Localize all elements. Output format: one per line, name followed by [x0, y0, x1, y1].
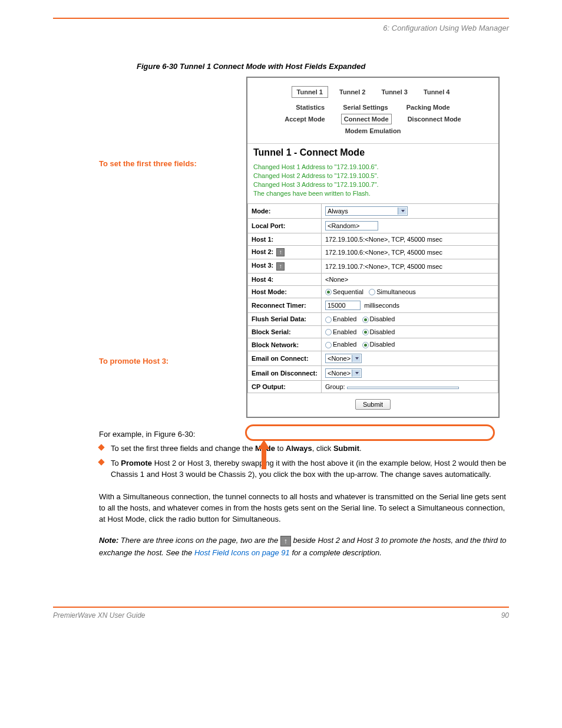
label-reconnect-timer: Reconnect Timer:: [248, 298, 322, 313]
figure-row: To set the first three fields: To promot…: [99, 77, 509, 418]
radio-bserial-enabled[interactable]: [325, 329, 332, 335]
sub-nav: Statistics Serial Settings Packing Mode …: [247, 101, 498, 143]
figure-callouts: To set the first three fields: To promot…: [99, 77, 246, 418]
link-connect-mode[interactable]: Connect Mode: [341, 114, 392, 124]
paragraph-simultaneous: With a Simultaneous connection, the tunn…: [99, 492, 509, 525]
note-block: Note: There are three icons on the page,…: [99, 535, 509, 559]
callout-promote: To promote Host 3:: [99, 357, 246, 365]
status-line: The changes have been written to Flash.: [253, 189, 492, 198]
link-accept-mode[interactable]: Accept Mode: [282, 114, 327, 124]
footer: PremierWave XN User Guide 90: [53, 611, 509, 620]
label-host-mode: Host Mode:: [248, 285, 322, 298]
input-local-port[interactable]: <Random>: [325, 221, 378, 230]
promote-host-3-icon[interactable]: ↑: [276, 262, 285, 271]
panel-title: Tunnel 1 - Connect Mode: [247, 143, 498, 163]
radio-bnet-enabled[interactable]: [325, 342, 332, 348]
bullet-text: To set the first three fields and change…: [111, 443, 509, 454]
figure-caption: Figure 6-30 Tunnel 1 Connect Mode with H…: [137, 62, 509, 71]
value-reconnect-timer: 15000 milliseconds: [322, 298, 498, 313]
value-host-2[interactable]: 172.19.100.6:<None>, TCP, 45000 msec: [322, 246, 498, 259]
radio-flush-disabled[interactable]: [362, 317, 369, 323]
value-block-serial: Enabled Disabled: [322, 325, 498, 338]
select-mode[interactable]: Always: [325, 206, 408, 216]
value-flush-serial: Enabled Disabled: [322, 313, 498, 326]
submit-row: Submit: [247, 393, 498, 417]
header-rule: [53, 18, 509, 19]
screenshot-panel: Tunnel 1 Tunnel 2 Tunnel 3 Tunnel 4 Stat…: [246, 77, 500, 418]
select-email-on-connect[interactable]: <None>: [325, 354, 362, 363]
select-email-on-disconnect[interactable]: <None>: [325, 368, 362, 378]
label-local-port: Local Port:: [248, 219, 322, 233]
bullet-item: To set the first three fields and change…: [99, 443, 509, 454]
footer-page-number: 90: [501, 611, 509, 620]
bullet-text: To Promote Host 2 or Host 3, thereby swa…: [111, 458, 509, 480]
label-host-2: Host 2: ↑: [248, 246, 322, 259]
value-host-1[interactable]: 172.19.100.5:<None>, TCP, 45000 msec: [322, 233, 498, 246]
radio-sequential[interactable]: [325, 289, 332, 295]
footer-doc-title: PremierWave XN User Guide: [53, 611, 146, 620]
link-statistics[interactable]: Statistics: [293, 103, 327, 112]
label-email-on-disconnect: Email on Disconnect:: [248, 365, 322, 380]
config-table: Mode: Always Local Port: <Random> Host 1…: [247, 203, 498, 393]
tab-tunnel-2[interactable]: Tunnel 2: [335, 87, 370, 97]
header-chapter: 6: Configuration Using Web Manager: [53, 24, 509, 32]
callout-set-fields: To set the first three fields:: [99, 159, 246, 168]
radio-bnet-disabled[interactable]: [362, 342, 369, 348]
link-packing-mode[interactable]: Packing Mode: [404, 103, 452, 112]
value-block-network: Enabled Disabled: [322, 338, 498, 351]
label-cp-output: CP Output:: [248, 380, 322, 393]
input-reconnect-timer[interactable]: 15000: [325, 301, 361, 310]
status-line: Changed Host 2 Address to "172.19.100.5"…: [253, 172, 492, 180]
label-flush-serial: Flush Serial Data:: [248, 313, 322, 326]
submit-button[interactable]: Submit: [355, 399, 391, 410]
bullet-icon: [98, 459, 104, 465]
page-root: 6: Configuration Using Web Manager Figur…: [0, 0, 562, 637]
tunnel-tabs: Tunnel 1 Tunnel 2 Tunnel 3 Tunnel 4: [247, 78, 498, 101]
label-email-on-connect: Email on Connect:: [248, 351, 322, 365]
radio-bserial-disabled[interactable]: [362, 329, 369, 335]
tab-tunnel-1[interactable]: Tunnel 1: [292, 86, 328, 98]
link-modem-emulation[interactable]: Modem Emulation: [343, 126, 404, 136]
label-host-3: Host 3: ↑: [248, 259, 322, 273]
status-line: Changed Host 3 Address to "172.19.100.7"…: [253, 180, 492, 189]
status-line: Changed Host 1 Address to "172.19.100.6"…: [253, 163, 492, 172]
tab-tunnel-3[interactable]: Tunnel 3: [377, 87, 412, 97]
promote-host-2-icon[interactable]: ↑: [276, 248, 285, 256]
value-host-4[interactable]: <None>: [322, 273, 498, 285]
label-block-serial: Block Serial:: [248, 325, 322, 338]
link-disconnect-mode[interactable]: Disconnect Mode: [405, 114, 464, 124]
up-arrow-icon: ↑: [280, 536, 291, 546]
label-block-network: Block Network:: [248, 338, 322, 351]
label-host-4: Host 4:: [248, 273, 322, 285]
footer-rule: [53, 607, 509, 608]
radio-flush-enabled[interactable]: [325, 317, 332, 323]
status-messages: Changed Host 1 Address to "172.19.100.6"…: [247, 163, 498, 203]
bullet-item: To Promote Host 2 or Host 3, thereby swa…: [99, 458, 509, 480]
tab-tunnel-4[interactable]: Tunnel 4: [419, 87, 454, 97]
radio-simultaneous[interactable]: [369, 289, 375, 295]
input-cp-output-group[interactable]: [347, 387, 459, 389]
value-cp-output: Group:: [322, 380, 498, 393]
note-label: Note:: [99, 536, 118, 545]
value-host-3[interactable]: 172.19.100.7:<None>, TCP, 45000 msec: [322, 259, 498, 273]
link-serial-settings[interactable]: Serial Settings: [340, 103, 390, 112]
intro-line: For example, in Figure 6-30:: [99, 430, 509, 439]
bullet-list: To set the first three fields and change…: [99, 443, 509, 480]
label-mode: Mode:: [248, 204, 322, 219]
value-host-mode: Sequential Simultaneous: [322, 285, 498, 298]
label-host-1: Host 1:: [248, 233, 322, 246]
link-host-field-icons[interactable]: Host Field Icons on page 91: [194, 548, 290, 557]
bullet-icon: [98, 444, 104, 450]
